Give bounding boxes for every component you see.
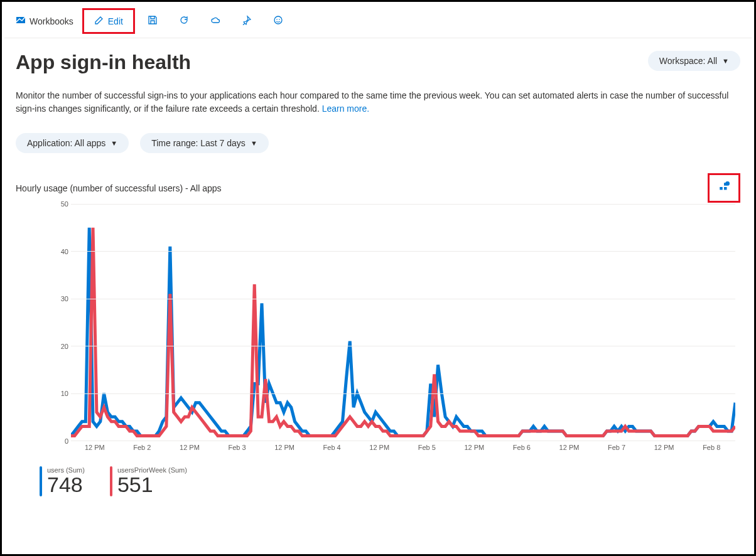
chart-tile-action[interactable] bbox=[708, 173, 740, 203]
legend-bar-users bbox=[40, 466, 42, 496]
feedback-icon bbox=[273, 15, 283, 27]
save-icon bbox=[148, 15, 158, 27]
chevron-down-icon: ▼ bbox=[251, 139, 257, 147]
description-text: Monitor the number of successful sign-in… bbox=[16, 90, 728, 114]
workbooks-icon bbox=[16, 15, 26, 27]
chevron-down-icon: ▼ bbox=[111, 139, 117, 147]
save-button[interactable] bbox=[139, 13, 166, 29]
page-title: App sign-in health bbox=[16, 51, 191, 74]
workbooks-label: Workbooks bbox=[30, 16, 73, 26]
tile-icon bbox=[718, 181, 730, 195]
workbooks-button[interactable]: Workbooks bbox=[11, 13, 78, 29]
svg-point-2 bbox=[276, 19, 278, 20]
svg-point-1 bbox=[274, 16, 282, 24]
pin-icon bbox=[242, 15, 252, 27]
cloud-button[interactable] bbox=[202, 13, 229, 29]
application-filter-label: Application: All apps bbox=[27, 138, 105, 148]
svg-rect-5 bbox=[724, 187, 727, 190]
edit-icon bbox=[94, 15, 104, 27]
legend-bar-prior bbox=[110, 466, 112, 496]
chevron-down-icon: ▼ bbox=[722, 57, 729, 65]
refresh-icon bbox=[179, 15, 189, 27]
legend-value-prior: 551 bbox=[117, 474, 187, 495]
learn-more-link[interactable]: Learn more. bbox=[322, 104, 369, 114]
svg-rect-4 bbox=[720, 187, 723, 190]
page-description: Monitor the number of successful sign-in… bbox=[16, 89, 740, 115]
pin-button[interactable] bbox=[233, 13, 261, 29]
timerange-filter-label: Time range: Last 7 days bbox=[151, 138, 246, 148]
legend-prior: usersPriorWeek (Sum) 551 bbox=[110, 466, 187, 496]
legend-users: users (Sum) 748 bbox=[40, 466, 85, 496]
svg-point-3 bbox=[279, 19, 280, 20]
toolbar: Workbooks Edit bbox=[4, 4, 752, 38]
edit-label: Edit bbox=[108, 16, 123, 26]
feedback-button[interactable] bbox=[264, 13, 292, 29]
line-chart: 01020304050 12 PMFeb 212 PMFeb 312 PMFeb… bbox=[16, 204, 740, 455]
chart-title: Hourly usage (number of successful users… bbox=[16, 183, 222, 193]
edit-button[interactable]: Edit bbox=[82, 8, 135, 34]
timerange-filter[interactable]: Time range: Last 7 days ▼ bbox=[140, 133, 269, 153]
legend-value-users: 748 bbox=[47, 474, 85, 495]
application-filter[interactable]: Application: All apps ▼ bbox=[16, 133, 129, 153]
refresh-button[interactable] bbox=[170, 13, 198, 29]
svg-point-7 bbox=[725, 181, 730, 186]
cloud-icon bbox=[210, 15, 220, 27]
workspace-filter[interactable]: Workspace: All ▼ bbox=[648, 51, 740, 71]
workspace-filter-label: Workspace: All bbox=[659, 56, 717, 66]
